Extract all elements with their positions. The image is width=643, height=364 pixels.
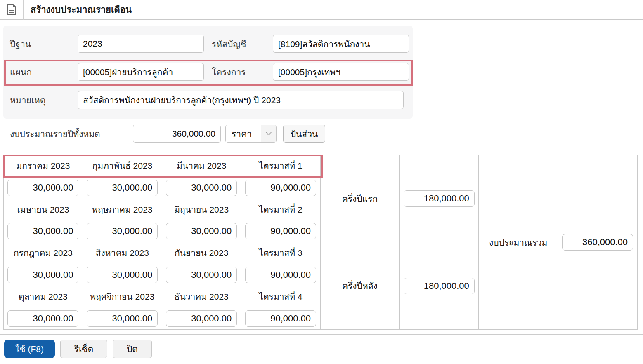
second-half-cell xyxy=(400,242,479,329)
quarter-header-cell: ไตรมาสที่ 4 xyxy=(241,286,321,308)
month-value-input[interactable] xyxy=(7,223,78,239)
account-code-field[interactable] xyxy=(273,35,409,53)
month-value-input[interactable] xyxy=(87,180,158,196)
allocation-mode-value: ราคา xyxy=(226,125,261,142)
month-header-cell: กันยายน 2023 xyxy=(162,242,241,264)
month-header-cell: กุมภาพันธ์ 2023 xyxy=(83,155,162,177)
month-value-cell xyxy=(83,220,162,242)
account-code-label: รหัสบัญชี xyxy=(212,37,273,51)
month-header-cell: พฤษภาคม 2023 xyxy=(83,199,162,221)
month-value-input[interactable] xyxy=(87,267,158,283)
page-title: สร้างงบประมาณรายเดือน xyxy=(31,2,132,17)
month-value-cell xyxy=(83,307,162,329)
month-value-input[interactable] xyxy=(7,180,78,196)
first-half-cell xyxy=(400,155,479,242)
quarter-value-cell xyxy=(241,220,321,242)
base-year-field[interactable] xyxy=(78,35,204,53)
month-value-cell xyxy=(162,220,241,242)
note-label: หมายเหตุ xyxy=(10,93,78,107)
second-half-value-input[interactable] xyxy=(404,278,475,294)
month-header-cell: ตุลาคม 2023 xyxy=(4,286,83,308)
month-value-cell xyxy=(4,220,83,242)
month-value-cell xyxy=(162,264,241,286)
grand-total-cell xyxy=(558,155,637,329)
grand-total-label: งบประมาณรวม xyxy=(479,155,558,329)
project-label: โครงการ xyxy=(212,65,273,79)
form-row-department-project: แผนก โครงการ xyxy=(3,63,413,81)
footer-actions: ใช้ (F8) รีเซ็ต ปิด xyxy=(4,340,643,358)
month-value-cell xyxy=(4,177,83,199)
allocation-mode-select[interactable]: ราคา xyxy=(225,125,277,143)
chevron-down-icon[interactable] xyxy=(261,125,276,142)
apply-button[interactable]: ใช้ (F8) xyxy=(4,340,55,358)
quarter-value-input[interactable] xyxy=(245,310,316,327)
month-value-cell xyxy=(162,307,241,329)
title-bar: สร้างงบประมาณรายเดือน xyxy=(0,0,643,20)
close-button[interactable]: ปิด xyxy=(113,340,152,358)
form-row-year-account: ปีฐาน รหัสบัญชี xyxy=(3,35,413,53)
month-value-input[interactable] xyxy=(7,267,78,283)
base-year-label: ปีฐาน xyxy=(10,37,78,51)
month-value-input[interactable] xyxy=(166,180,237,196)
month-value-input[interactable] xyxy=(166,223,237,239)
first-half-label: ครึ่งปีแรก xyxy=(321,155,400,242)
first-half-value-input[interactable] xyxy=(404,190,475,207)
quarter-header-cell: ไตรมาสที่ 2 xyxy=(241,199,321,221)
quarter-value-input[interactable] xyxy=(245,180,316,196)
department-label: แผนก xyxy=(10,65,78,79)
month-header-cell: มีนาคม 2023 xyxy=(162,155,241,177)
department-field[interactable] xyxy=(78,63,204,81)
month-header-cell: เมษายน 2023 xyxy=(4,199,83,221)
month-value-input[interactable] xyxy=(87,310,158,327)
month-header-cell: มิถุนายน 2023 xyxy=(162,199,241,221)
month-value-cell xyxy=(4,307,83,329)
document-icon xyxy=(7,4,17,15)
month-header-cell: สิงหาคม 2023 xyxy=(83,242,162,264)
month-value-input[interactable] xyxy=(166,310,237,327)
second-half-label: ครึ่งปีหลัง xyxy=(321,242,400,329)
month-value-cell xyxy=(162,177,241,199)
annual-budget-row: งบประมาณรายปีทั้งหมด ราคา ปันส่วน xyxy=(0,125,643,143)
grand-total-value-input[interactable] xyxy=(562,234,633,251)
quarter-header-cell: ไตรมาสที่ 3 xyxy=(241,242,321,264)
allocate-button[interactable]: ปันส่วน xyxy=(283,125,325,143)
annual-budget-label: งบประมาณรายปีทั้งหมด xyxy=(10,127,133,141)
month-value-cell xyxy=(83,264,162,286)
month-value-cell xyxy=(4,264,83,286)
reset-button[interactable]: รีเซ็ต xyxy=(60,340,107,358)
month-header-cell: มกราคม 2023 xyxy=(4,155,83,177)
quarter-header-cell: ไตรมาสที่ 1 xyxy=(241,155,321,177)
footer-divider xyxy=(0,334,643,335)
monthly-budget-table: มกราคม 2023 กุมภาพันธ์ 2023 มีนาคม 2023 … xyxy=(3,155,638,330)
month-value-input[interactable] xyxy=(166,267,237,283)
budget-form-panel: ปีฐาน รหัสบัญชี แผนก โครงการ หมายเหตุ xyxy=(3,26,413,119)
form-row-note: หมายเหตุ xyxy=(3,91,413,109)
month-header-cell: กรกฎาคม 2023 xyxy=(4,242,83,264)
quarter-value-input[interactable] xyxy=(245,223,316,239)
titlebar-divider xyxy=(23,0,24,20)
project-field[interactable] xyxy=(273,63,409,81)
month-value-input[interactable] xyxy=(87,223,158,239)
month-header-cell: พฤศจิกายน 2023 xyxy=(83,286,162,308)
quarter-value-cell xyxy=(241,264,321,286)
annual-budget-field[interactable] xyxy=(133,125,221,143)
quarter-value-cell xyxy=(241,177,321,199)
month-value-cell xyxy=(83,177,162,199)
quarter-value-cell xyxy=(241,307,321,329)
quarter-value-input[interactable] xyxy=(245,267,316,283)
note-field[interactable] xyxy=(78,91,404,109)
month-header-cell: ธันวาคม 2023 xyxy=(162,286,241,308)
month-value-input[interactable] xyxy=(7,310,78,327)
